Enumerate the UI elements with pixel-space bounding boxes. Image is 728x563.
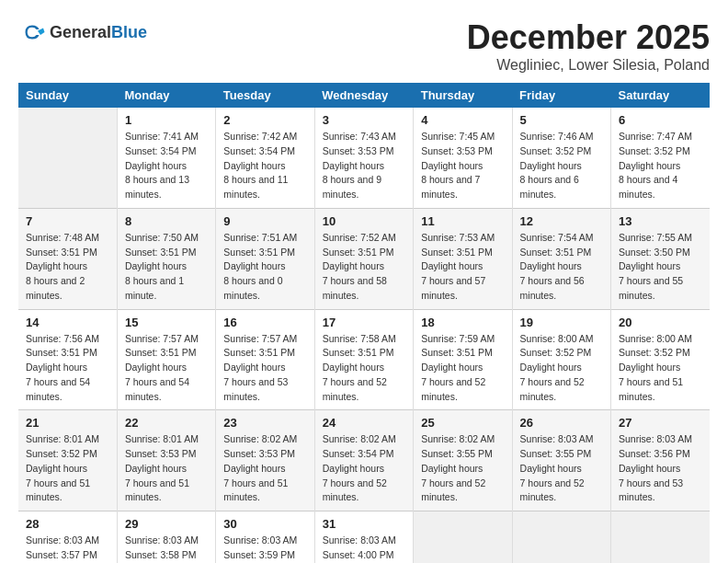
day-info: Sunrise: 8:03 AMSunset: 3:57 PMDaylight …: [26, 534, 109, 563]
day-info: Sunrise: 8:02 AMSunset: 3:55 PMDaylight …: [421, 432, 504, 505]
title-area: December 2025 Wegliniec, Lower Silesia, …: [467, 18, 710, 74]
day-number: 11: [421, 214, 504, 228]
weekday-header-wednesday: Wednesday: [314, 83, 413, 108]
calendar-cell: 8Sunrise: 7:50 AMSunset: 3:51 PMDaylight…: [117, 208, 215, 309]
calendar-cell: 7Sunrise: 7:48 AMSunset: 3:51 PMDaylight…: [18, 208, 117, 309]
location-title: Wegliniec, Lower Silesia, Poland: [467, 57, 710, 74]
calendar-cell: 28Sunrise: 8:03 AMSunset: 3:57 PMDayligh…: [18, 511, 117, 564]
day-number: 9: [223, 214, 306, 228]
calendar-week-2: 7Sunrise: 7:48 AMSunset: 3:51 PMDaylight…: [18, 208, 710, 309]
day-number: 28: [26, 517, 109, 531]
day-info: Sunrise: 7:56 AMSunset: 3:51 PMDaylight …: [26, 332, 109, 405]
day-info: Sunrise: 7:46 AMSunset: 3:52 PMDaylight …: [520, 130, 603, 202]
day-info: Sunrise: 7:43 AMSunset: 3:53 PMDaylight …: [323, 130, 405, 202]
day-number: 29: [125, 517, 208, 531]
calendar-table: SundayMondayTuesdayWednesdayThursdayFrid…: [18, 83, 710, 563]
calendar-cell: 2Sunrise: 7:42 AMSunset: 3:54 PMDaylight…: [216, 108, 314, 208]
day-info: Sunrise: 8:03 AMSunset: 3:58 PMDaylight …: [125, 534, 208, 563]
day-number: 26: [520, 416, 603, 430]
page-header: GeneralBlue December 2025 Wegliniec, Low…: [18, 18, 710, 74]
weekday-header-tuesday: Tuesday: [216, 83, 314, 108]
logo-text: GeneralBlue: [50, 23, 147, 42]
day-number: 3: [323, 113, 405, 127]
calendar-header-row: SundayMondayTuesdayWednesdayThursdayFrid…: [18, 83, 710, 108]
day-number: 15: [125, 316, 208, 329]
day-info: Sunrise: 7:59 AMSunset: 3:51 PMDaylight …: [421, 332, 504, 405]
logo-general: General: [50, 23, 111, 41]
calendar-cell: 18Sunrise: 7:59 AMSunset: 3:51 PMDayligh…: [414, 309, 512, 410]
day-info: Sunrise: 7:41 AMSunset: 3:54 PMDaylight …: [125, 130, 208, 202]
calendar-cell: 25Sunrise: 8:02 AMSunset: 3:55 PMDayligh…: [414, 410, 512, 511]
day-info: Sunrise: 7:47 AMSunset: 3:52 PMDaylight …: [619, 130, 702, 202]
day-number: 2: [223, 113, 306, 127]
weekday-header-saturday: Saturday: [611, 83, 710, 108]
weekday-header-friday: Friday: [512, 83, 610, 108]
calendar-cell: 20Sunrise: 8:00 AMSunset: 3:52 PMDayligh…: [611, 309, 710, 410]
day-info: Sunrise: 8:02 AMSunset: 3:53 PMDaylight …: [223, 432, 306, 505]
day-info: Sunrise: 7:53 AMSunset: 3:51 PMDaylight …: [421, 231, 504, 304]
day-info: Sunrise: 8:00 AMSunset: 3:52 PMDaylight …: [619, 332, 702, 405]
calendar-cell: 29Sunrise: 8:03 AMSunset: 3:58 PMDayligh…: [117, 511, 215, 564]
day-info: Sunrise: 8:03 AMSunset: 3:56 PMDaylight …: [619, 432, 702, 505]
day-info: Sunrise: 8:03 AMSunset: 4:00 PMDaylight …: [323, 534, 405, 563]
day-info: Sunrise: 8:01 AMSunset: 3:53 PMDaylight …: [125, 432, 208, 505]
calendar-week-4: 21Sunrise: 8:01 AMSunset: 3:52 PMDayligh…: [18, 410, 710, 511]
calendar-week-5: 28Sunrise: 8:03 AMSunset: 3:57 PMDayligh…: [18, 511, 710, 564]
day-number: 22: [125, 416, 208, 430]
calendar-week-1: 1Sunrise: 7:41 AMSunset: 3:54 PMDaylight…: [18, 108, 710, 208]
day-number: 1: [125, 113, 208, 127]
day-number: 5: [520, 113, 603, 127]
day-number: 23: [223, 416, 306, 430]
calendar-cell: 3Sunrise: 7:43 AMSunset: 3:53 PMDaylight…: [314, 108, 413, 208]
day-number: 25: [421, 416, 504, 430]
day-number: 18: [421, 316, 504, 329]
day-info: Sunrise: 8:02 AMSunset: 3:54 PMDaylight …: [323, 432, 405, 505]
day-info: Sunrise: 7:51 AMSunset: 3:51 PMDaylight …: [223, 231, 306, 304]
weekday-header-monday: Monday: [117, 83, 215, 108]
calendar-cell: [611, 511, 710, 564]
weekday-header-thursday: Thursday: [414, 83, 512, 108]
calendar-cell: 9Sunrise: 7:51 AMSunset: 3:51 PMDaylight…: [216, 208, 314, 309]
day-info: Sunrise: 8:03 AMSunset: 3:55 PMDaylight …: [520, 432, 603, 505]
logo-icon: [18, 18, 46, 46]
calendar-cell: 26Sunrise: 8:03 AMSunset: 3:55 PMDayligh…: [512, 410, 610, 511]
day-number: 19: [520, 316, 603, 329]
day-number: 27: [619, 416, 702, 430]
calendar-cell: [512, 511, 610, 564]
day-number: 7: [26, 214, 109, 228]
calendar-cell: 13Sunrise: 7:55 AMSunset: 3:50 PMDayligh…: [611, 208, 710, 309]
day-info: Sunrise: 8:00 AMSunset: 3:52 PMDaylight …: [520, 332, 603, 405]
calendar-cell: 24Sunrise: 8:02 AMSunset: 3:54 PMDayligh…: [314, 410, 413, 511]
calendar-cell: 14Sunrise: 7:56 AMSunset: 3:51 PMDayligh…: [18, 309, 117, 410]
day-info: Sunrise: 7:48 AMSunset: 3:51 PMDaylight …: [26, 231, 109, 304]
calendar-cell: 27Sunrise: 8:03 AMSunset: 3:56 PMDayligh…: [611, 410, 710, 511]
calendar-cell: [18, 108, 117, 208]
day-number: 21: [26, 416, 109, 430]
day-info: Sunrise: 7:58 AMSunset: 3:51 PMDaylight …: [323, 332, 405, 405]
calendar-cell: 21Sunrise: 8:01 AMSunset: 3:52 PMDayligh…: [18, 410, 117, 511]
calendar-cell: 16Sunrise: 7:57 AMSunset: 3:51 PMDayligh…: [216, 309, 314, 410]
calendar-cell: 1Sunrise: 7:41 AMSunset: 3:54 PMDaylight…: [117, 108, 215, 208]
day-info: Sunrise: 8:01 AMSunset: 3:52 PMDaylight …: [26, 432, 109, 505]
calendar-week-3: 14Sunrise: 7:56 AMSunset: 3:51 PMDayligh…: [18, 309, 710, 410]
calendar-cell: 6Sunrise: 7:47 AMSunset: 3:52 PMDaylight…: [611, 108, 710, 208]
calendar-cell: 4Sunrise: 7:45 AMSunset: 3:53 PMDaylight…: [414, 108, 512, 208]
day-number: 24: [323, 416, 405, 430]
day-number: 13: [619, 214, 702, 228]
day-number: 14: [26, 316, 109, 329]
logo-blue: Blue: [111, 23, 147, 41]
day-info: Sunrise: 7:54 AMSunset: 3:51 PMDaylight …: [520, 231, 603, 304]
calendar-cell: [414, 511, 512, 564]
month-title: December 2025: [467, 18, 710, 57]
day-info: Sunrise: 7:57 AMSunset: 3:51 PMDaylight …: [223, 332, 306, 405]
calendar-cell: 17Sunrise: 7:58 AMSunset: 3:51 PMDayligh…: [314, 309, 413, 410]
day-number: 8: [125, 214, 208, 228]
calendar-cell: 11Sunrise: 7:53 AMSunset: 3:51 PMDayligh…: [414, 208, 512, 309]
calendar-cell: 23Sunrise: 8:02 AMSunset: 3:53 PMDayligh…: [216, 410, 314, 511]
calendar-cell: 15Sunrise: 7:57 AMSunset: 3:51 PMDayligh…: [117, 309, 215, 410]
day-number: 6: [619, 113, 702, 127]
weekday-header-sunday: Sunday: [18, 83, 117, 108]
day-number: 10: [323, 214, 405, 228]
day-info: Sunrise: 7:45 AMSunset: 3:53 PMDaylight …: [421, 130, 504, 202]
day-info: Sunrise: 7:52 AMSunset: 3:51 PMDaylight …: [323, 231, 405, 304]
